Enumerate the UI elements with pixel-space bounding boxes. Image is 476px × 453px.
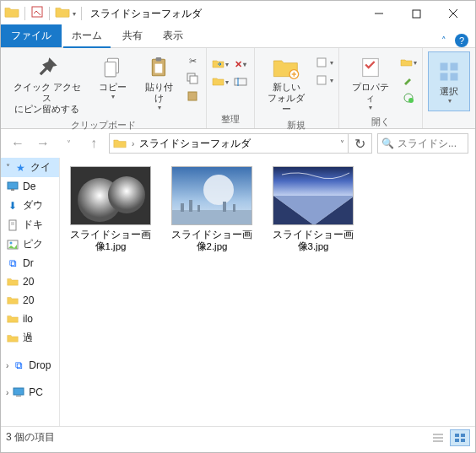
- navigation-pane[interactable]: ˅★クイ De ⬇ダウ ドキ ピク ⧉Dr 20 20 ilo 過 ›⧉Drop…: [1, 158, 60, 426]
- help-icon[interactable]: ?: [455, 34, 468, 47]
- view-thumbnails-button[interactable]: [450, 429, 470, 446]
- qat-separator: [24, 7, 25, 20]
- select-button[interactable]: 選択 ▾: [428, 51, 470, 111]
- sidebar-item-folder[interactable]: ilo: [1, 310, 59, 328]
- file-label: スライドショー画像3.jpg: [269, 229, 357, 253]
- sidebar-label: ilo: [23, 313, 33, 325]
- sidebar-label: 過: [23, 331, 33, 345]
- expand-icon[interactable]: ›: [6, 388, 8, 397]
- edit-button[interactable]: [400, 73, 417, 88]
- back-button[interactable]: ←: [8, 133, 28, 154]
- moveto-button[interactable]: ▾: [212, 57, 229, 72]
- ribbon-group-new: 新しい フォルダー ▾ ▾ 新規: [255, 48, 338, 128]
- tab-home[interactable]: ホーム: [62, 24, 112, 47]
- pin-quickaccess-button[interactable]: クイック アクセス にピン留めする: [6, 51, 89, 117]
- sidebar-item-dropbox-root[interactable]: ›⧉Drop: [1, 356, 59, 375]
- breadcrumb-chevron-icon[interactable]: ›: [132, 139, 134, 148]
- file-item[interactable]: スライドショー画像1.jpg: [67, 166, 154, 253]
- thumbnail: [70, 166, 151, 225]
- sidebar-item-folder[interactable]: 20: [1, 272, 59, 291]
- sidebar-item-pictures[interactable]: ピク: [1, 235, 59, 254]
- copypath-button[interactable]: [184, 71, 201, 86]
- svg-rect-47: [273, 166, 353, 196]
- ribbon-collapse-icon[interactable]: ˄: [441, 35, 446, 46]
- status-item-count: 3 個の項目: [6, 430, 55, 445]
- history-button[interactable]: [400, 90, 417, 105]
- svg-rect-20: [362, 59, 378, 77]
- pin-label: クイック アクセス にピン留めする: [9, 82, 85, 116]
- forward-button[interactable]: →: [33, 133, 53, 154]
- sidebar-item-downloads[interactable]: ⬇ダウ: [1, 196, 59, 215]
- cut-button[interactable]: ✂: [184, 53, 201, 68]
- svg-rect-8: [155, 57, 161, 61]
- svg-rect-24: [451, 63, 458, 71]
- easy-access-button[interactable]: ▾: [316, 73, 333, 88]
- select-caret-icon: ▾: [448, 97, 452, 105]
- sidebar-item-desktop[interactable]: De: [1, 177, 59, 196]
- clipboard-group-label: クリップボード: [6, 117, 201, 134]
- copyto-button[interactable]: ▾: [212, 74, 229, 89]
- close-button[interactable]: [435, 2, 472, 25]
- svg-rect-27: [8, 182, 18, 189]
- file-label: スライドショー画像2.jpg: [168, 229, 256, 253]
- expand-icon[interactable]: ›: [6, 361, 8, 370]
- copy-button[interactable]: コピー ▾: [92, 51, 134, 103]
- ribbon-group-open: プロパティ ▾ ▾ 開く: [339, 48, 423, 128]
- address-dropdown-icon[interactable]: ˅: [340, 139, 344, 148]
- sidebar-label: ダウ: [23, 198, 43, 213]
- copy-icon: [102, 53, 124, 82]
- paste-shortcut-button[interactable]: [184, 89, 201, 104]
- sidebar-item-dropbox[interactable]: ⧉Dr: [1, 254, 59, 272]
- delete-button[interactable]: ✕▾: [232, 57, 249, 72]
- recent-dropdown[interactable]: ˅: [58, 133, 78, 154]
- new-group-label: 新規: [260, 117, 333, 134]
- file-item[interactable]: スライドショー画像2.jpg: [168, 166, 256, 253]
- tab-share[interactable]: 共有: [112, 24, 153, 47]
- pin-icon: [35, 53, 59, 82]
- new-folder-button[interactable]: 新しい フォルダー: [260, 51, 312, 117]
- sidebar-label: Drop: [29, 359, 51, 371]
- refresh-button[interactable]: ↻: [349, 133, 372, 154]
- svg-rect-54: [455, 434, 459, 437]
- svg-rect-26: [451, 73, 458, 81]
- svg-point-38: [108, 176, 145, 213]
- paste-button[interactable]: 貼り付け ▾: [138, 51, 181, 114]
- sidebar-item-quickaccess[interactable]: ˅★クイ: [1, 158, 59, 177]
- sidebar-item-folder[interactable]: 過: [1, 328, 59, 348]
- maximize-button[interactable]: [398, 2, 435, 25]
- tab-view[interactable]: 表示: [153, 24, 193, 47]
- rename-button[interactable]: [232, 74, 249, 89]
- tab-file[interactable]: ファイル: [1, 24, 62, 47]
- expand-icon[interactable]: ˅: [6, 163, 10, 172]
- svg-rect-34: [14, 388, 24, 395]
- sidebar-item-documents[interactable]: ドキ: [1, 215, 59, 235]
- folder-icon: [6, 332, 19, 345]
- titlebar: ▾ スライドショーフォルダ: [1, 1, 475, 26]
- qat-properties-icon[interactable]: [30, 5, 44, 22]
- sidebar-label: 20: [23, 276, 34, 288]
- svg-rect-19: [317, 76, 326, 84]
- dropbox-icon: ⧉: [6, 256, 19, 270]
- file-list[interactable]: スライドショー画像1.jpg スライドショー画像2.jpg スライドショー画像3…: [60, 158, 475, 426]
- svg-point-22: [408, 98, 414, 103]
- up-button[interactable]: ↑: [84, 133, 104, 154]
- svg-rect-11: [190, 76, 197, 84]
- sidebar-label: クイ: [30, 160, 51, 175]
- properties-icon: [359, 53, 382, 82]
- open-button[interactable]: ▾: [400, 55, 417, 70]
- address-bar[interactable]: › スライドショーフォルダ ˅: [109, 133, 349, 154]
- view-details-button[interactable]: [428, 429, 448, 446]
- svg-rect-45: [223, 202, 226, 212]
- copy-caret-icon: ▾: [111, 93, 115, 101]
- sidebar-item-folder[interactable]: 20: [1, 291, 59, 310]
- properties-button[interactable]: プロパティ ▾: [344, 51, 397, 114]
- search-box[interactable]: 🔍 スライドシ...: [377, 133, 468, 154]
- file-item[interactable]: スライドショー画像3.jpg: [269, 166, 357, 253]
- new-item-button[interactable]: ▾: [316, 55, 333, 70]
- breadcrumb-folder[interactable]: スライドショーフォルダ: [139, 137, 251, 151]
- sidebar-item-pc[interactable]: ›PC: [1, 383, 59, 402]
- qat-folder-icon[interactable]: [55, 5, 70, 22]
- svg-rect-43: [189, 200, 192, 212]
- qat-dropdown-icon[interactable]: ▾: [73, 10, 76, 18]
- minimize-button[interactable]: [360, 2, 398, 25]
